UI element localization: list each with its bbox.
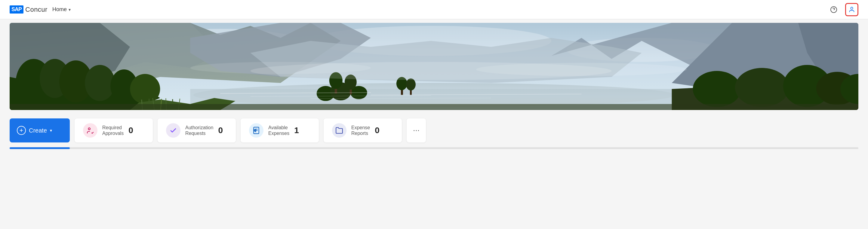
hero-landscape-svg [10, 23, 858, 110]
svg-rect-49 [10, 104, 858, 110]
svg-point-56 [476, 63, 687, 76]
hero-section [0, 19, 868, 113]
available-expenses-value: 1 [294, 126, 299, 135]
sap-logo: SAP Concur [10, 5, 48, 13]
required-approvals-icon-wrap [83, 123, 97, 138]
svg-point-2 [850, 7, 852, 9]
header: SAP Concur Home ▾ [0, 0, 868, 19]
required-approvals-card[interactable]: Required Approvals 0 [74, 119, 153, 142]
authorization-requests-info: Authorization Requests [185, 125, 213, 136]
concur-text: Concur [25, 6, 48, 13]
folder-icon [335, 127, 343, 134]
expense-reports-icon-wrap [332, 123, 346, 138]
svg-point-45 [735, 68, 789, 107]
home-nav-label: Home [52, 6, 67, 12]
required-approvals-info: Required Approvals [102, 125, 124, 136]
header-right [827, 3, 858, 16]
create-button[interactable]: + Create ▾ [10, 119, 70, 142]
help-icon [830, 6, 837, 13]
ellipsis-icon: ⋯ [413, 127, 420, 134]
svg-point-21 [85, 65, 115, 101]
scroll-position-indicator [10, 147, 70, 149]
required-approvals-value: 0 [128, 126, 133, 135]
plus-circle-icon: + [17, 126, 26, 135]
create-button-label: Create [29, 127, 47, 134]
expense-reports-card[interactable]: Expense Reports 0 [323, 119, 402, 142]
scroll-indicator-bar [10, 147, 858, 149]
authorization-requests-card[interactable]: Authorization Requests 0 [158, 119, 236, 142]
svg-point-23 [130, 74, 160, 104]
sap-logo-box: SAP [10, 5, 24, 13]
svg-point-44 [693, 71, 741, 107]
check-circle-icon [169, 127, 177, 134]
authorization-requests-value: 0 [218, 126, 223, 135]
expense-reports-value: 0 [375, 126, 379, 135]
available-expenses-info: Available Expenses [268, 125, 289, 136]
authorization-requests-icon-wrap [166, 123, 181, 138]
header-left: SAP Concur Home ▾ [10, 5, 71, 13]
user-icon [848, 6, 855, 13]
person-approval-icon [86, 127, 94, 134]
hero-image [10, 23, 858, 110]
receipt-icon [252, 127, 260, 134]
available-expenses-icon-wrap [249, 123, 264, 138]
svg-point-55 [190, 62, 371, 74]
available-expenses-card[interactable]: Available Expenses 1 [241, 119, 319, 142]
chevron-down-icon: ▾ [69, 7, 71, 12]
expense-reports-label: Expense Reports [351, 125, 370, 136]
cards-section: + Create ▾ Required Approvals 0 [0, 113, 868, 147]
expense-reports-info: Expense Reports [351, 125, 370, 136]
help-button[interactable] [827, 3, 840, 16]
available-expenses-label: Available Expenses [268, 125, 289, 136]
svg-point-57 [88, 128, 91, 130]
required-approvals-label: Required Approvals [102, 125, 124, 136]
home-nav[interactable]: Home ▾ [52, 6, 71, 12]
more-options-button[interactable]: ⋯ [407, 119, 426, 142]
authorization-requests-label: Authorization Requests [185, 125, 213, 136]
create-chevron-icon: ▾ [50, 128, 52, 133]
user-profile-button[interactable] [845, 3, 858, 16]
svg-point-42 [406, 78, 416, 91]
